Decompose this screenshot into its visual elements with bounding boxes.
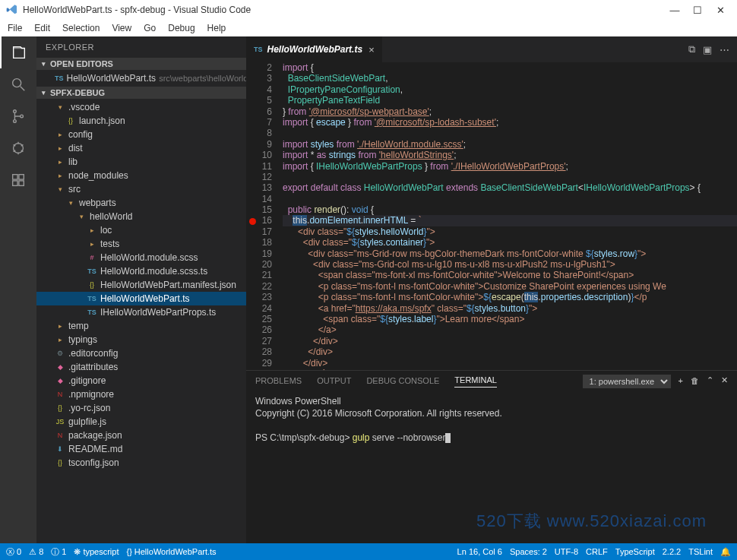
tree-item[interactable]: {}.yo-rc.json: [36, 401, 246, 415]
sb-infos[interactable]: ⓘ 1: [51, 546, 66, 558]
panel-tab-output[interactable]: OUTPUT: [317, 376, 351, 388]
svg-point-4: [21, 115, 24, 118]
tree-item[interactable]: TSIHelloWorldWebPartProps.ts: [36, 305, 246, 319]
kill-terminal-icon[interactable]: 🗑: [691, 376, 699, 388]
activity-extensions[interactable]: [0, 164, 36, 196]
tree-item[interactable]: ▸loc: [36, 223, 246, 237]
tree-item[interactable]: ▸lib: [36, 155, 246, 169]
tree-item[interactable]: TSHelloWorld.module.scss.ts: [36, 264, 246, 278]
editor-code[interactable]: import { BaseClientSideWebPart, IPropert…: [283, 62, 737, 370]
editor-tabs: TS HelloWorldWebPart.ts × ⧉ ▣ ⋯: [246, 36, 737, 62]
split-editor-icon[interactable]: ⧉: [688, 43, 695, 55]
close-icon[interactable]: ×: [368, 44, 375, 55]
tree-item[interactable]: ▾webparts: [36, 196, 246, 210]
activity-scm[interactable]: [0, 100, 36, 132]
sb-breadcrumb[interactable]: {} HelloWorldWebPart.ts: [126, 547, 216, 556]
tree-item[interactable]: ◆.gitignore: [36, 374, 246, 388]
panel-tab-terminal[interactable]: TERMINAL: [454, 375, 497, 388]
svg-point-3: [14, 120, 17, 123]
minimize-button[interactable]: —: [664, 2, 685, 17]
sb-eol[interactable]: CRLF: [586, 547, 608, 556]
maximize-panel-icon[interactable]: ⌃: [707, 375, 713, 388]
folder-icon: ▸: [87, 239, 97, 249]
tree-item[interactable]: ▸config: [36, 128, 246, 141]
tree-item[interactable]: ▸node_modules: [36, 169, 246, 182]
sb-ln-col[interactable]: Ln 16, Col 6: [457, 547, 502, 556]
tree-item[interactable]: ▾helloWorld: [36, 210, 246, 223]
sb-language[interactable]: TypeScript: [615, 547, 655, 556]
tree-item[interactable]: Npackage.json: [36, 429, 246, 442]
tree-item[interactable]: ⬇README.md: [36, 442, 246, 456]
terminal-body[interactable]: Windows PowerShell Copyright (C) 2016 Mi…: [246, 392, 737, 543]
tree-item[interactable]: ▾src: [36, 182, 246, 196]
sb-warnings[interactable]: ⚠ 8: [29, 547, 43, 557]
tree-item[interactable]: {}tsconfig.json: [36, 456, 246, 470]
window-titlebar: HelloWorldWebPart.ts - spfx-debug - Visu…: [0, 0, 737, 20]
tree-item[interactable]: ▾.vscode: [36, 100, 246, 114]
activity-explorer[interactable]: [0, 36, 36, 68]
activity-debug[interactable]: [0, 132, 36, 164]
menu-edit[interactable]: Edit: [28, 21, 56, 36]
svg-point-0: [13, 79, 21, 87]
window-title: HelloWorldWebPart.ts - spfx-debug - Visu…: [23, 5, 251, 15]
sb-tslint[interactable]: TSLint: [688, 547, 713, 556]
sb-bell[interactable]: 🔔: [720, 547, 731, 557]
tree-item[interactable]: {}launch.json: [36, 114, 246, 128]
panel-tab-problems[interactable]: PROBLEMS: [255, 376, 302, 388]
tree-item[interactable]: JSgulpfile.js: [36, 415, 246, 429]
new-terminal-icon[interactable]: +: [678, 376, 683, 388]
folder-open-icon: ▾: [76, 211, 87, 222]
git-icon: ◆: [55, 375, 65, 386]
tree-item[interactable]: ▸typings: [36, 333, 246, 346]
sb-spaces[interactable]: Spaces: 2: [510, 547, 547, 556]
terminal-dropdown[interactable]: 1: powershell.exe: [583, 375, 671, 388]
menu-file[interactable]: File: [2, 21, 28, 36]
status-bar: ⓧ 0 ⚠ 8 ⓘ 1 ❋ typescript {} HelloWorldWe…: [0, 543, 737, 560]
breakpoint-icon[interactable]: [249, 218, 256, 225]
tree-item[interactable]: ▸temp: [36, 319, 246, 333]
tab-helloworldwebpart[interactable]: TS HelloWorldWebPart.ts ×: [246, 36, 383, 62]
svg-rect-13: [19, 175, 24, 179]
open-editors-header[interactable]: ▾OPEN EDITORS: [36, 58, 246, 70]
git-icon: ◆: [55, 362, 65, 372]
open-editor-item[interactable]: TS HelloWorldWebPart.ts src\webparts\hel…: [36, 71, 246, 85]
sb-version[interactable]: 2.2.2: [663, 547, 681, 556]
folder-icon: ▸: [55, 170, 65, 181]
ts-icon: TS: [87, 266, 97, 277]
tree-item[interactable]: {}HelloWorldWebPart.manifest.json: [36, 278, 246, 292]
panel-tab-debug-console[interactable]: DEBUG CONSOLE: [366, 376, 439, 388]
close-button[interactable]: ✕: [710, 2, 731, 17]
tree-item[interactable]: TSHelloWorldWebPart.ts: [36, 292, 246, 305]
folder-icon: ▸: [55, 157, 65, 167]
ts-icon: TS: [55, 73, 64, 84]
menu-selection[interactable]: Selection: [56, 21, 106, 36]
sb-lang-shield[interactable]: ❋ typescript: [74, 547, 119, 557]
svg-rect-12: [13, 175, 17, 179]
menubar: FileEditSelectionViewGoDebugHelp: [0, 20, 737, 36]
cfg-icon: ⚙: [55, 348, 65, 359]
activity-search[interactable]: [0, 68, 36, 100]
more-actions-icon[interactable]: ⋯: [720, 44, 729, 55]
editor-layout-icon[interactable]: ▣: [703, 44, 712, 55]
tree-item[interactable]: ▸dist: [36, 141, 246, 155]
menu-help[interactable]: Help: [201, 21, 232, 36]
tree-item[interactable]: ◆.gitattributes: [36, 360, 246, 374]
file-tree: ▾.vscode{}launch.json▸config▸dist▸lib▸no…: [36, 99, 246, 471]
svg-point-2: [14, 110, 17, 113]
menu-view[interactable]: View: [106, 21, 138, 36]
menu-debug[interactable]: Debug: [162, 21, 201, 36]
menu-go[interactable]: Go: [138, 21, 162, 36]
close-panel-icon[interactable]: ✕: [721, 375, 728, 388]
scss-icon: #: [87, 252, 97, 263]
tree-item[interactable]: #HelloWorld.module.scss: [36, 251, 246, 264]
editor-gutter[interactable]: 2345678910111213141516171819202122232425…: [246, 62, 283, 370]
sb-errors[interactable]: ⓧ 0: [6, 546, 21, 558]
project-header[interactable]: ▾SPFX-DEBUG: [36, 87, 246, 99]
folder-icon: ▸: [55, 334, 65, 345]
npm-icon: N: [55, 430, 65, 441]
tree-item[interactable]: ⚙.editorconfig: [36, 346, 246, 360]
tree-item[interactable]: ▸tests: [36, 237, 246, 251]
sb-encoding[interactable]: UTF-8: [555, 547, 578, 556]
maximize-button[interactable]: ☐: [687, 2, 708, 17]
tree-item[interactable]: N.npmignore: [36, 388, 246, 401]
